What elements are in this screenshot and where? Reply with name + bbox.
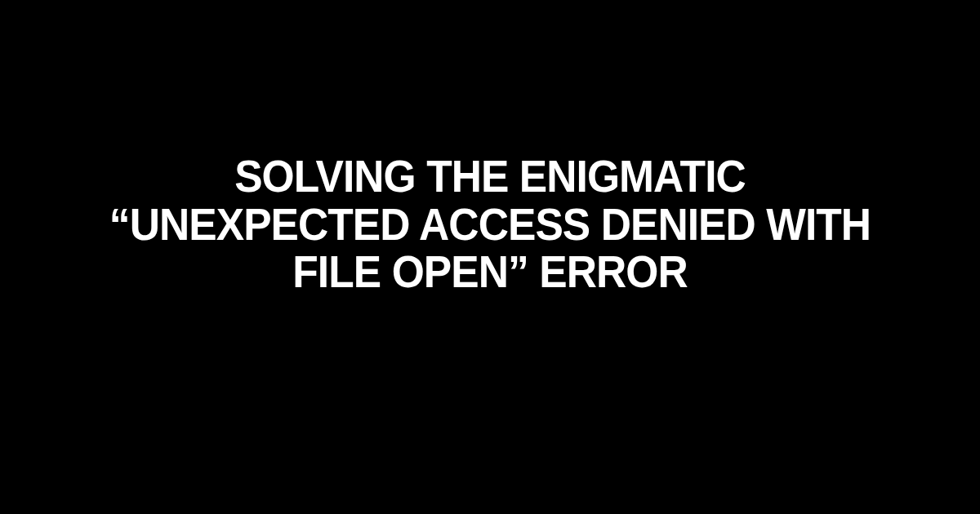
headline-text: Solving the Enigmatic “Unexpected Access… xyxy=(39,153,941,296)
